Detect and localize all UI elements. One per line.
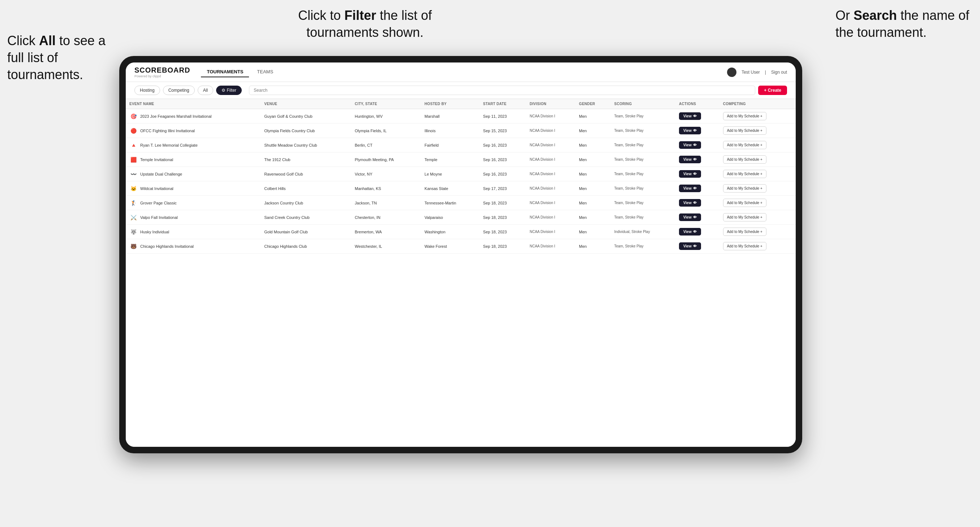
view-label: View bbox=[683, 157, 692, 162]
eye-icon: 👁 bbox=[693, 129, 697, 133]
view-button[interactable]: View 👁 bbox=[679, 184, 701, 192]
cell-actions: View 👁 bbox=[675, 181, 719, 196]
table-row: 🔴 OFCC Fighting Illini Invitational Olym… bbox=[126, 124, 796, 138]
cell-scoring: Team, Stroke Play bbox=[611, 181, 675, 196]
cell-event-name: 🔺 Ryan T. Lee Memorial Collegiate bbox=[126, 138, 261, 152]
view-button[interactable]: View 👁 bbox=[679, 156, 701, 163]
add-schedule-label: Add to My Schedule + bbox=[727, 172, 762, 176]
sign-out-link[interactable]: Sign out bbox=[771, 70, 787, 75]
annotation-top-center: Click to Filter the list oftournaments s… bbox=[253, 7, 477, 41]
all-filter-btn[interactable]: All bbox=[198, 86, 213, 95]
create-button[interactable]: + Create bbox=[758, 86, 787, 95]
add-to-schedule-button[interactable]: Add to My Schedule + bbox=[723, 227, 767, 236]
view-button[interactable]: View 👁 bbox=[679, 242, 701, 250]
view-button[interactable]: View 👁 bbox=[679, 228, 701, 235]
col-scoring: SCORING bbox=[611, 99, 675, 109]
view-label: View bbox=[683, 129, 692, 133]
cell-venue: Colbert Hills bbox=[261, 181, 351, 196]
cell-gender: Men bbox=[575, 210, 610, 225]
view-button[interactable]: View 👁 bbox=[679, 141, 701, 149]
event-name-text: Husky Individual bbox=[140, 230, 169, 234]
tournaments-table: EVENT NAME VENUE CITY, STATE HOSTED BY S… bbox=[126, 99, 796, 254]
cell-city-state: Victor, NY bbox=[351, 167, 421, 181]
add-schedule-label: Add to My Schedule + bbox=[727, 114, 762, 118]
cell-start-date: Sep 16, 2023 bbox=[479, 138, 526, 152]
cell-venue: Guyan Golf & Country Club bbox=[261, 109, 351, 124]
cell-city-state: Chesterton, IN bbox=[351, 210, 421, 225]
col-gender: GENDER bbox=[575, 99, 610, 109]
view-button[interactable]: View 👁 bbox=[679, 213, 701, 221]
filter-label: Filter bbox=[227, 88, 236, 93]
app-header: SCOREBOARD Powered by clippd TOURNAMENTS… bbox=[126, 62, 796, 82]
add-to-schedule-button[interactable]: Add to My Schedule + bbox=[723, 213, 767, 221]
cell-division: NCAA Division I bbox=[526, 210, 576, 225]
cell-start-date: Sep 15, 2023 bbox=[479, 124, 526, 138]
cell-city-state: Jackson, TN bbox=[351, 196, 421, 210]
nav-tab-teams[interactable]: TEAMS bbox=[251, 67, 279, 77]
cell-hosted-by: Kansas State bbox=[421, 181, 479, 196]
table-row: 🎯 2023 Joe Feaganes Marshall Invitationa… bbox=[126, 109, 796, 124]
cell-competing: Add to My Schedule + bbox=[719, 109, 796, 124]
app-logo: SCOREBOARD bbox=[134, 66, 190, 75]
cell-venue: Gold Mountain Golf Club bbox=[261, 225, 351, 239]
cell-event-name: 🐺 Husky Individual bbox=[126, 225, 261, 239]
cell-division: NCAA Division I bbox=[526, 239, 576, 254]
event-name-text: OFCC Fighting Illini Invitational bbox=[140, 129, 195, 133]
view-label: View bbox=[683, 114, 692, 118]
add-to-schedule-button[interactable]: Add to My Schedule + bbox=[723, 170, 767, 178]
view-label: View bbox=[683, 230, 692, 234]
cell-scoring: Team, Stroke Play bbox=[611, 152, 675, 167]
add-to-schedule-button[interactable]: Add to My Schedule + bbox=[723, 198, 767, 207]
add-schedule-label: Add to My Schedule + bbox=[727, 157, 762, 162]
col-event-name: EVENT NAME bbox=[126, 99, 261, 109]
add-to-schedule-button[interactable]: Add to My Schedule + bbox=[723, 141, 767, 149]
search-input[interactable] bbox=[249, 86, 755, 95]
competing-filter-btn[interactable]: Competing bbox=[163, 86, 195, 95]
col-city-state: CITY, STATE bbox=[351, 99, 421, 109]
cell-start-date: Sep 17, 2023 bbox=[479, 181, 526, 196]
add-schedule-label: Add to My Schedule + bbox=[727, 143, 762, 147]
cell-division: NCAA Division I bbox=[526, 138, 576, 152]
tournaments-table-container: EVENT NAME VENUE CITY, STATE HOSTED BY S… bbox=[126, 99, 796, 447]
cell-actions: View 👁 bbox=[675, 196, 719, 210]
view-label: View bbox=[683, 143, 692, 147]
hosting-filter-btn[interactable]: Hosting bbox=[134, 86, 160, 95]
add-to-schedule-button[interactable]: Add to My Schedule + bbox=[723, 155, 767, 163]
team-logo-icon: 🔴 bbox=[129, 127, 137, 135]
add-to-schedule-button[interactable]: Add to My Schedule + bbox=[723, 184, 767, 192]
table-header-row: EVENT NAME VENUE CITY, STATE HOSTED BY S… bbox=[126, 99, 796, 109]
event-name-text: Ryan T. Lee Memorial Collegiate bbox=[140, 143, 198, 148]
cell-event-name: 🐻 Chicago Highlands Invitational bbox=[126, 239, 261, 254]
annotation-top-left: Click All to see a full list of tourname… bbox=[7, 32, 123, 83]
cell-venue: Jackson Country Club bbox=[261, 196, 351, 210]
team-logo-icon: 🐺 bbox=[129, 228, 137, 236]
cell-competing: Add to My Schedule + bbox=[719, 181, 796, 196]
cell-competing: Add to My Schedule + bbox=[719, 167, 796, 181]
add-to-schedule-button[interactable]: Add to My Schedule + bbox=[723, 112, 767, 120]
add-schedule-label: Add to My Schedule + bbox=[727, 129, 762, 133]
view-label: View bbox=[683, 172, 692, 176]
view-button[interactable]: View 👁 bbox=[679, 127, 701, 134]
add-to-schedule-button[interactable]: Add to My Schedule + bbox=[723, 242, 767, 250]
view-button[interactable]: View 👁 bbox=[679, 199, 701, 206]
col-start-date: START DATE bbox=[479, 99, 526, 109]
filter-options-btn[interactable]: ⚙ Filter bbox=[216, 86, 242, 95]
cell-venue: Chicago Highlands Club bbox=[261, 239, 351, 254]
cell-venue: Olympia Fields Country Club bbox=[261, 124, 351, 138]
cell-start-date: Sep 11, 2023 bbox=[479, 109, 526, 124]
cell-hosted-by: Fairfield bbox=[421, 138, 479, 152]
cell-scoring: Team, Stroke Play bbox=[611, 138, 675, 152]
cell-scoring: Team, Stroke Play bbox=[611, 239, 675, 254]
cell-scoring: Team, Stroke Play bbox=[611, 109, 675, 124]
cell-actions: View 👁 bbox=[675, 124, 719, 138]
table-row: 🐱 Wildcat Invitational Colbert Hills Man… bbox=[126, 181, 796, 196]
cell-scoring: Team, Stroke Play bbox=[611, 167, 675, 181]
nav-tab-tournaments[interactable]: TOURNAMENTS bbox=[201, 67, 249, 77]
cell-start-date: Sep 18, 2023 bbox=[479, 196, 526, 210]
add-to-schedule-button[interactable]: Add to My Schedule + bbox=[723, 126, 767, 135]
view-label: View bbox=[683, 201, 692, 205]
view-button[interactable]: View 👁 bbox=[679, 112, 701, 120]
event-name-text: Valpo Fall Invitational bbox=[140, 215, 178, 220]
cell-event-name: 🟥 Temple Invitational bbox=[126, 152, 261, 167]
view-button[interactable]: View 👁 bbox=[679, 170, 701, 178]
